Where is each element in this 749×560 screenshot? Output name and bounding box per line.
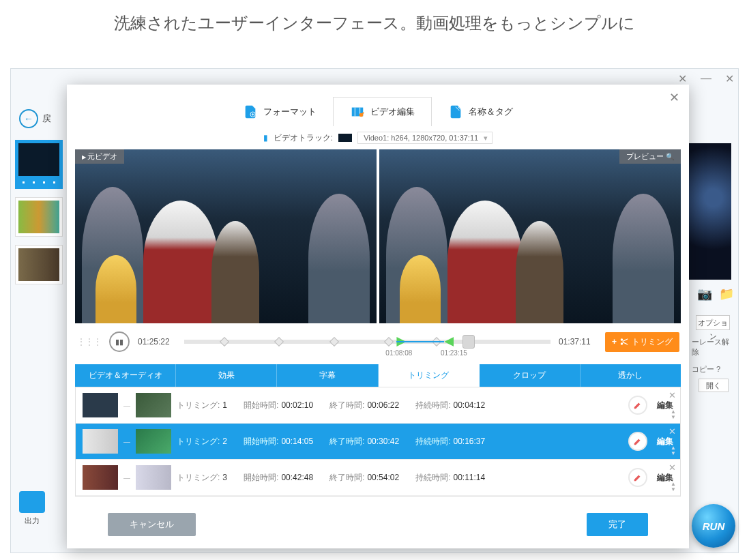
- tab-format-label: フォーマット: [263, 106, 317, 118]
- cancel-button[interactable]: キャンセル: [108, 513, 196, 536]
- left-thumbnail-list: [15, 140, 63, 293]
- tab-format[interactable]: フォーマット: [226, 97, 333, 126]
- done-button[interactable]: 完了: [587, 513, 648, 536]
- edit-tab-5[interactable]: 透かし: [581, 364, 681, 387]
- clip-info: トリミング:1開始時間:00:02:10終了時間:00:06:22持続時間:00…: [177, 400, 623, 411]
- clip-thumb-start: [83, 429, 118, 454]
- reorder-arrows[interactable]: ▲▼: [671, 482, 676, 492]
- edit-tabs: ビデオ＆オーディオ効果字幕トリミングクロップ透かし: [75, 364, 681, 387]
- video-track-row: ▮ ビデオトラック: Video1: h264, 1280x720, 01:37…: [67, 126, 689, 149]
- edit-tab-4[interactable]: クロップ: [480, 364, 581, 387]
- chevron-down-icon[interactable]: ▼: [671, 451, 676, 456]
- modal-close-icon[interactable]: ✕: [678, 72, 687, 85]
- thumb-image: [18, 143, 59, 176]
- edit-tab-3[interactable]: トリミング: [379, 364, 480, 387]
- pencil-icon: [633, 400, 643, 410]
- pencil-icon: [633, 473, 643, 482]
- add-trim-button[interactable]: トリミング: [605, 332, 679, 352]
- scissors-icon: [619, 337, 629, 347]
- name-tag-icon: [448, 104, 463, 119]
- source-thumb-3[interactable]: [15, 245, 63, 284]
- reorder-arrows[interactable]: ▲▼: [671, 445, 676, 456]
- window-controls: ✕ — ✕: [678, 72, 734, 85]
- copy-label: コピー ?: [692, 364, 734, 374]
- track-label: ビデオトラック:: [274, 132, 333, 144]
- source-badge: 元ビデオ: [75, 149, 124, 164]
- video-edit-icon: [350, 104, 365, 119]
- edit-clip-button[interactable]: [628, 468, 647, 487]
- remove-clip-icon[interactable]: ✕: [669, 426, 676, 437]
- grip-icon[interactable]: ⋮⋮⋮: [76, 336, 101, 347]
- source-thumb-1[interactable]: [15, 140, 63, 189]
- option-button[interactable]: オプション: [696, 315, 730, 330]
- preview-badge: プレビュー: [619, 149, 681, 164]
- remove-clip-icon[interactable]: ✕: [669, 462, 676, 473]
- clip-row[interactable]: —トリミング:3開始時間:00:42:48終了時間:00:54:02持続時間:0…: [76, 460, 680, 496]
- open-button[interactable]: 開く: [699, 379, 729, 392]
- clip-thumb-end: [136, 429, 171, 454]
- thumb-image: [18, 201, 59, 233]
- tab-name-label: 名称＆タグ: [469, 106, 513, 118]
- deinterlace-label: ーレース解除: [692, 337, 734, 357]
- pencil-icon: [633, 437, 643, 446]
- clip-thumb-end: [136, 393, 171, 417]
- source-preview: [75, 149, 377, 323]
- format-icon: [243, 104, 258, 119]
- clip-row[interactable]: —トリミング:2開始時間:00:14:05終了時間:00:30:42持続時間:0…: [76, 424, 680, 460]
- edit-tab-1[interactable]: 効果: [176, 364, 277, 387]
- back-label: 戻: [42, 113, 51, 125]
- playhead[interactable]: [462, 335, 475, 349]
- reorder-arrows[interactable]: ▲▼: [671, 409, 676, 420]
- remove-clip-icon[interactable]: ✕: [669, 390, 676, 400]
- timeline-track[interactable]: 01:08:08 01:23:15: [184, 340, 550, 344]
- mark-b-time: 01:23:15: [441, 349, 467, 357]
- clip-info: トリミング:2開始時間:00:14:05終了時間:00:30:42持続時間:00…: [177, 436, 623, 447]
- current-time: 01:25:22: [138, 337, 176, 347]
- tab-name-tag[interactable]: 名称＆タグ: [432, 97, 529, 126]
- mark-a-time: 01:08:08: [385, 349, 412, 357]
- folder-icon[interactable]: 📁: [719, 286, 734, 301]
- dash-icon: —: [123, 474, 130, 482]
- clip-info: トリミング:3開始時間:00:42:48終了時間:00:54:02持続時間:00…: [177, 472, 623, 484]
- video-edit-modal: ✕ フォーマット ビデオ編集 名称＆タグ ▮ ビデオトラック: Video1: …: [67, 85, 689, 548]
- edit-clip-button[interactable]: [628, 432, 647, 451]
- dash-icon: —: [123, 438, 130, 445]
- output-icon: [19, 491, 45, 513]
- preview-thumb: [686, 143, 731, 280]
- output-section[interactable]: 出力: [19, 491, 45, 526]
- clip-row[interactable]: —トリミング:1開始時間:00:02:10終了時間:00:06:22持続時間:0…: [76, 387, 680, 424]
- tab-video-edit[interactable]: ビデオ編集: [333, 97, 432, 126]
- dash-icon: —: [123, 402, 130, 409]
- clip-thumb-end: [136, 465, 171, 490]
- chevron-down-icon[interactable]: ▼: [671, 487, 676, 492]
- total-time: 01:37:11: [559, 337, 597, 347]
- timeline: ⋮⋮⋮ ▮▮ 01:25:22 01:08:08 01:23:15 01:37:…: [67, 323, 689, 360]
- window-minimize-icon[interactable]: —: [701, 72, 711, 85]
- window-close-icon[interactable]: ✕: [725, 72, 734, 85]
- edit-clip-button[interactable]: [628, 396, 647, 415]
- clip-thumb-start: [83, 393, 118, 417]
- track-select[interactable]: Video1: h264, 1280x720, 01:37:11: [357, 132, 493, 144]
- preview-area: 元ビデオ プレビュー: [75, 149, 681, 323]
- thumb-strip: [18, 179, 59, 186]
- output-label: 出力: [19, 516, 45, 526]
- top-tabs: フォーマット ビデオ編集 名称＆タグ: [67, 85, 689, 126]
- trim-end-handle[interactable]: [444, 337, 454, 347]
- edit-tab-2[interactable]: 字幕: [277, 364, 378, 387]
- back-button[interactable]: ← 戻: [19, 109, 51, 128]
- chevron-down-icon[interactable]: ▼: [671, 415, 676, 420]
- track-chip: [338, 134, 352, 142]
- pause-button[interactable]: ▮▮: [109, 331, 130, 352]
- clip-thumb-start: [83, 465, 118, 490]
- right-sidebar: 📷 📁 オプション ーレース解除 コピー ? 開く: [686, 143, 734, 392]
- clip-list: —トリミング:1開始時間:00:02:10終了時間:00:06:22持続時間:0…: [75, 387, 681, 497]
- thumb-image: [18, 248, 59, 281]
- edit-tab-0[interactable]: ビデオ＆オーディオ: [75, 364, 176, 387]
- tab-edit-label: ビデオ編集: [370, 106, 415, 118]
- modal-footer: キャンセル 完了: [67, 505, 689, 548]
- run-button[interactable]: RUN: [692, 504, 735, 548]
- camera-icon[interactable]: 📷: [697, 286, 712, 301]
- source-thumb-2[interactable]: [15, 197, 63, 237]
- page-headline: 洗練されたユーザーインターフェース。動画処理をもっとシンプルに: [0, 0, 749, 55]
- close-icon[interactable]: ✕: [669, 90, 679, 105]
